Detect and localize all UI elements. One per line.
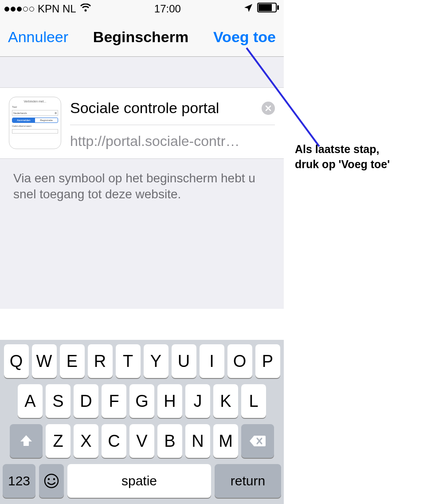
thumb-tab-login: Aanmelden xyxy=(12,118,35,122)
key-k[interactable]: K xyxy=(213,384,238,418)
key-j[interactable]: J xyxy=(185,384,210,418)
svg-point-5 xyxy=(53,478,55,480)
key-i[interactable]: I xyxy=(200,344,224,378)
keyboard: QWERTYUIOP ASDFGHJKL ZXCVBNM 123 spatie … xyxy=(0,340,284,504)
thumb-heading: Verbinden met... xyxy=(12,100,58,103)
annotation-line-2: druk op 'Voeg toe' xyxy=(295,157,390,172)
signal-strength-icon xyxy=(4,7,34,12)
svg-point-3 xyxy=(45,474,58,488)
key-f[interactable]: F xyxy=(102,384,126,418)
numeric-key[interactable]: 123 xyxy=(3,464,35,498)
title-row xyxy=(70,97,275,125)
nav-bar: Annuleer Beginscherm Voeg toe xyxy=(0,18,284,57)
thumb-tab-register: Registratie xyxy=(35,118,58,122)
svg-rect-1 xyxy=(259,4,272,11)
key-u[interactable]: U xyxy=(172,344,196,378)
annotation-line-1: Als laatste stap, xyxy=(295,142,390,157)
key-g[interactable]: G xyxy=(129,384,154,418)
phone-screen: KPN NL 17:00 Annuleer Beginscherm Voeg t… xyxy=(0,0,284,504)
key-e[interactable]: E xyxy=(60,344,85,378)
section-spacer xyxy=(0,57,284,88)
thumb-lang-select: Nederlands⚙ xyxy=(12,110,58,116)
return-key[interactable]: return xyxy=(215,464,281,498)
bookmark-title-input[interactable] xyxy=(70,99,262,117)
shift-icon xyxy=(19,433,34,449)
close-icon xyxy=(265,105,271,111)
clear-title-button[interactable] xyxy=(262,102,275,115)
key-a[interactable]: A xyxy=(18,384,43,418)
battery-icon xyxy=(257,3,279,15)
key-z[interactable]: Z xyxy=(46,424,71,458)
key-p[interactable]: P xyxy=(255,344,280,378)
svg-point-4 xyxy=(48,478,50,480)
clock: 17:00 xyxy=(154,3,181,15)
svg-rect-2 xyxy=(277,5,279,10)
site-thumbnail: Verbinden met... Taal Nederlands⚙ Aanmel… xyxy=(9,97,61,149)
key-o[interactable]: O xyxy=(227,344,252,378)
key-r[interactable]: R xyxy=(88,344,113,378)
nav-title: Beginscherm xyxy=(93,28,188,46)
thumb-lang-label: Taal xyxy=(12,106,58,108)
backspace-key[interactable] xyxy=(241,424,274,458)
status-right xyxy=(244,3,279,15)
thumb-user-field xyxy=(12,129,58,134)
key-y[interactable]: Y xyxy=(144,344,168,378)
key-w[interactable]: W xyxy=(32,344,57,378)
annotation-text: Als laatste stap, druk op 'Voeg toe' xyxy=(295,142,390,172)
add-button[interactable]: Voeg toe xyxy=(213,28,276,46)
key-l[interactable]: L xyxy=(241,384,266,418)
key-q[interactable]: Q xyxy=(4,344,29,378)
keyboard-row-3: ZXCVBNM xyxy=(3,424,281,458)
keyboard-row-4: 123 spatie return xyxy=(3,464,281,498)
status-bar: KPN NL 17:00 xyxy=(0,0,284,18)
cancel-button[interactable]: Annuleer xyxy=(8,28,68,46)
thumb-tabs: Aanmelden Registratie xyxy=(12,118,58,123)
keyboard-row-2: ASDFGHJKL xyxy=(3,384,281,418)
space-key[interactable]: spatie xyxy=(67,464,211,498)
status-left: KPN NL xyxy=(4,3,91,15)
emoji-key[interactable] xyxy=(39,464,64,498)
key-b[interactable]: B xyxy=(157,424,182,458)
shift-key[interactable] xyxy=(10,424,43,458)
key-v[interactable]: V xyxy=(129,424,154,458)
card-body: http://portal.sociale-contr… xyxy=(70,97,275,150)
backspace-icon xyxy=(249,435,266,447)
key-x[interactable]: X xyxy=(74,424,98,458)
keyboard-row-1: QWERTYUIOP xyxy=(3,344,281,378)
key-h[interactable]: H xyxy=(157,384,182,418)
wifi-icon xyxy=(80,3,91,15)
description-text: Via een symbool op het beginscherm hebt … xyxy=(0,159,284,309)
thumb-user-label: Gebruikersnaam xyxy=(12,125,58,127)
emoji-icon xyxy=(43,473,59,489)
bookmark-url: http://portal.sociale-contr… xyxy=(70,125,275,150)
key-m[interactable]: M xyxy=(213,424,238,458)
key-n[interactable]: N xyxy=(185,424,210,458)
key-d[interactable]: D xyxy=(74,384,98,418)
key-s[interactable]: S xyxy=(46,384,71,418)
location-icon xyxy=(244,3,253,15)
key-c[interactable]: C xyxy=(102,424,126,458)
key-t[interactable]: T xyxy=(116,344,141,378)
bookmark-card: Verbinden met... Taal Nederlands⚙ Aanmel… xyxy=(0,88,284,159)
carrier-label: KPN NL xyxy=(38,3,76,15)
